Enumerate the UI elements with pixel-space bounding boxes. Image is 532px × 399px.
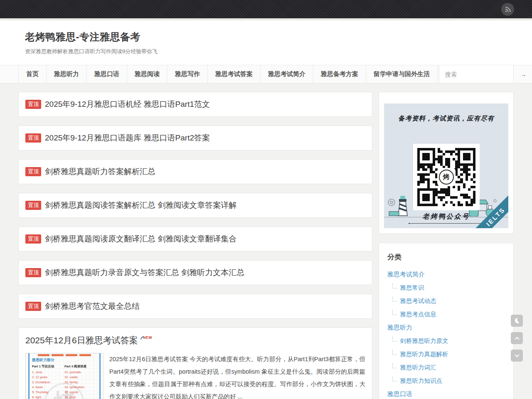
latest-post-card: 2025年12月6日雅思考试答案 NEW 雅思听力部分 Pa <box>18 328 372 399</box>
category-link-exam-news[interactable]: 雅思考试动态 <box>400 298 436 304</box>
category-subitem: 雅思考点信息 <box>387 308 505 321</box>
site-tagline: 资深雅思教师解析雅思口语听力写作阅读9分经验带你飞 <box>25 48 532 55</box>
top-bar <box>0 0 532 18</box>
pinned-badge: 置顶 <box>25 268 41 277</box>
moon-icon <box>513 317 520 324</box>
tree-connector-icon <box>392 283 397 288</box>
category-subitem: 雅思听力真题解析 <box>387 347 505 361</box>
thumbnail-answer-col2: Part 4 阅读讲座 31. portraits 32. castle 33.… <box>64 365 97 399</box>
category-link-listening[interactable]: 雅思听力 <box>387 324 412 331</box>
scroll-top-button[interactable] <box>511 332 523 344</box>
category-subitem: 剑桥雅思听力原文 <box>387 334 505 347</box>
rss-button[interactable] <box>501 3 514 16</box>
pinned-badge: 置顶 <box>25 133 41 143</box>
pinned-post-card: 置顶 剑桥雅思真题阅读答案解析汇总 剑雅阅读文章答案详解 <box>18 193 372 218</box>
pinned-badge: 置顶 <box>25 234 41 244</box>
nav-item-plan[interactable]: 雅思备考方案 <box>313 65 366 83</box>
category-link-speaking[interactable]: 雅思口语 <box>387 390 412 397</box>
nav-item-reading[interactable]: 雅思阅读 <box>127 65 167 83</box>
new-post-icon: NEW <box>140 335 153 340</box>
post-title-link[interactable]: 剑桥雅思真题听力录音原文与答案汇总 剑雅听力文本汇总 <box>45 267 244 278</box>
post-title-link[interactable]: 2025年9-12月雅思口语机经 雅思口语Part1范文 <box>45 99 210 110</box>
content-area: 置顶 2025年9-12月雅思口语机经 雅思口语Part1范文 置顶 2025年… <box>0 84 532 399</box>
pinned-post-card: 置顶 剑桥雅思考官范文最全总结 <box>18 294 372 319</box>
post-title-link[interactable]: 剑桥雅思真题阅读原文翻译汇总 剑雅阅读文章翻译集合 <box>45 234 236 244</box>
category-link-test-centers[interactable]: 雅思考点信息 <box>400 311 436 318</box>
search-box: → <box>439 65 514 83</box>
qr-code: 烤 <box>413 144 480 210</box>
pinned-post-card: 置顶 2025年9-12月雅思口语机经 雅思口语Part1范文 <box>18 92 372 117</box>
categories-widget: 分类 雅思考试简介 雅思常识 雅思考试动态 雅思考点信息 雅思听力 剑 <box>379 243 514 399</box>
category-link-exam-intro[interactable]: 雅思考试简介 <box>387 271 425 278</box>
qr-widget-card: 备考资料，考试资讯，应有尽有 <box>379 92 514 234</box>
nav-item-writing[interactable]: 雅思写作 <box>167 65 207 83</box>
main-nav: 首页 雅思听力 雅思口语 雅思阅读 雅思写作 雅思考试答案 雅思考试简介 雅思备… <box>0 65 532 84</box>
nav-item-answers[interactable]: 雅思考试答案 <box>207 65 260 83</box>
pinned-post-card: 置顶 剑桥雅思真题阅读原文翻译汇总 剑雅阅读文章翻译集合 <box>18 227 372 251</box>
post-excerpt: 2025年12月6日雅思考试答案 今天的考试难度有些大。听力部分，从Part1到… <box>109 353 365 399</box>
category-link-listening-scripts[interactable]: 剑桥雅思听力原文 <box>400 337 448 344</box>
category-link-listening-vocab[interactable]: 雅思听力词汇 <box>400 364 436 371</box>
thumbnail-sheet: 雅思听力部分 Part 1 节目活动 1. June 2. 12 years 3… <box>28 353 101 399</box>
thumbnail-answer-col1: Part 1 节目活动 1. June 2. 12 years 3. Donal… <box>32 365 64 399</box>
post-title-link[interactable]: 2025年12月6日雅思考试答案 <box>25 335 138 346</box>
search-input[interactable] <box>445 71 520 78</box>
wechat-qr-image: 备考资料，考试资讯，应有尽有 <box>384 103 508 228</box>
category-subitem: 雅思常识 <box>387 281 505 294</box>
pinned-badge: 置顶 <box>25 167 41 176</box>
category-item: 雅思口语 <box>387 387 505 399</box>
pinned-badge: 置顶 <box>25 201 41 210</box>
main-column: 置顶 2025年9-12月雅思口语机经 雅思口语Part1范文 置顶 2025年… <box>18 92 372 399</box>
category-link-basics[interactable]: 雅思常识 <box>400 284 424 291</box>
category-item: 雅思听力 <box>387 321 505 334</box>
nav-item-speaking[interactable]: 雅思口语 <box>86 65 127 83</box>
qr-center-logo: 烤 <box>437 168 456 186</box>
rss-icon <box>504 6 512 13</box>
sidebar: 备考资料，考试资讯，应有尽有 <box>379 92 514 399</box>
chevron-up-icon <box>513 335 521 342</box>
scroll-bottom-button[interactable] <box>511 350 523 362</box>
tree-connector-icon <box>392 377 397 382</box>
post-thumbnail[interactable]: 雅思听力部分 Part 1 节目活动 1. June 2. 12 years 3… <box>25 353 103 399</box>
search-submit-button[interactable]: → <box>520 71 526 78</box>
category-subitem: 雅思听力知识点 <box>387 374 505 387</box>
dark-mode-button[interactable] <box>511 315 523 327</box>
pinned-post-card: 置顶 剑桥雅思真题听力录音原文与答案汇总 剑雅听力文本汇总 <box>18 260 372 285</box>
nav-item-listening[interactable]: 雅思听力 <box>46 65 86 83</box>
qr-caption-underline <box>410 223 483 224</box>
post-title-link[interactable]: 剑桥雅思真题听力答案解析汇总 <box>45 166 155 177</box>
categories-heading: 分类 <box>387 252 505 262</box>
site-header: 老烤鸭雅思-专注雅思备考 资深雅思教师解析雅思口语听力写作阅读9分经验带你飞 <box>0 20 532 65</box>
nav-item-home[interactable]: 首页 <box>18 65 46 83</box>
nav-item-abroad[interactable]: 留学申请与国外生活 <box>366 65 438 83</box>
pinned-badge: 置顶 <box>25 100 41 109</box>
tree-connector-icon <box>392 297 397 302</box>
site-title[interactable]: 老烤鸭雅思-专注雅思备考 <box>25 30 532 44</box>
thumbnail-heading: 雅思听力部分 <box>32 357 97 363</box>
tree-connector-icon <box>392 337 397 342</box>
qr-banner-text: 备考资料，考试资讯，应有尽有 <box>384 114 508 123</box>
post-title-link[interactable]: 2025年9-12月雅思口语题库 雅思口语Part2答案 <box>45 133 210 143</box>
pinned-badge: 置顶 <box>25 302 41 311</box>
tree-connector-icon <box>392 310 397 315</box>
category-subitem: 雅思考试动态 <box>387 294 505 308</box>
category-item: 雅思考试简介 <box>387 268 505 281</box>
new-icon-label: NEW <box>143 335 153 340</box>
categories-list: 雅思考试简介 雅思常识 雅思考试动态 雅思考点信息 雅思听力 剑桥雅思听力原文 <box>387 268 505 399</box>
category-link-listening-analysis[interactable]: 雅思听力真题解析 <box>400 351 448 357</box>
pinned-post-card: 置顶 2025年9-12月雅思口语题库 雅思口语Part2答案 <box>18 126 372 150</box>
post-title-link[interactable]: 剑桥雅思真题阅读答案解析汇总 剑雅阅读文章答案详解 <box>45 200 236 211</box>
tree-connector-icon <box>392 363 397 368</box>
chevron-down-icon <box>513 352 521 360</box>
thumbnail-cropped-title <box>38 354 91 356</box>
tree-connector-icon <box>392 350 397 355</box>
category-link-listening-points[interactable]: 雅思听力知识点 <box>400 377 442 384</box>
category-subitem: 雅思听力词汇 <box>387 361 505 374</box>
nav-item-intro[interactable]: 雅思考试简介 <box>260 65 313 83</box>
pinned-post-card: 置顶 剑桥雅思真题听力答案解析汇总 <box>18 159 372 184</box>
post-title-link[interactable]: 剑桥雅思考官范文最全总结 <box>45 301 140 312</box>
